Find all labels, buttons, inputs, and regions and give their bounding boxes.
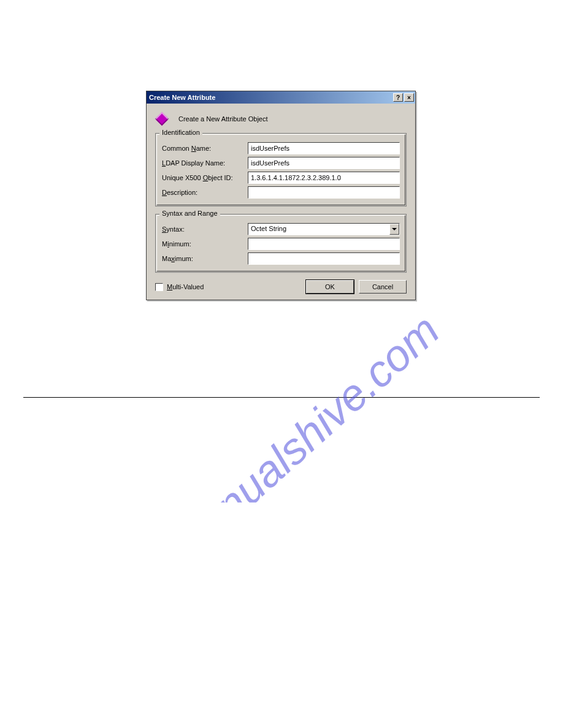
dialog-header: Create a New Attribute Object bbox=[155, 112, 407, 126]
cancel-button[interactable]: Cancel bbox=[359, 280, 407, 294]
common-name-label: Common Name: bbox=[162, 145, 248, 152]
minimum-input[interactable] bbox=[248, 238, 400, 250]
svg-marker-0 bbox=[392, 228, 397, 230]
description-label: Description: bbox=[162, 189, 248, 196]
ok-button[interactable]: OK bbox=[306, 280, 354, 294]
horizontal-rule bbox=[23, 397, 540, 398]
help-button[interactable]: ? bbox=[393, 93, 403, 102]
identification-legend: Identification bbox=[159, 129, 202, 136]
description-input[interactable] bbox=[248, 186, 400, 199]
dialog-header-text: Create a New Attribute Object bbox=[178, 115, 268, 123]
object-id-label: Unique X500 Object ID: bbox=[162, 174, 248, 181]
multi-valued-label: Multi-Valued bbox=[167, 283, 204, 290]
close-button[interactable]: × bbox=[404, 93, 414, 102]
syntax-select-value: Octet String bbox=[248, 224, 389, 235]
minimum-label: Minimum: bbox=[162, 240, 248, 248]
maximum-label: Maximum: bbox=[162, 255, 248, 262]
ldap-display-name-input[interactable] bbox=[248, 157, 400, 169]
titlebar[interactable]: Create New Attribute ? × bbox=[147, 91, 415, 104]
svg-text:manualshive.com: manualshive.com bbox=[160, 305, 448, 502]
checkbox-icon bbox=[155, 283, 163, 291]
syntax-select[interactable]: Octet String bbox=[248, 223, 400, 235]
syntax-range-legend: Syntax and Range bbox=[159, 210, 220, 217]
dialog-title: Create New Attribute bbox=[149, 94, 392, 101]
object-id-input[interactable] bbox=[248, 172, 400, 184]
multi-valued-checkbox[interactable]: Multi-Valued bbox=[155, 283, 301, 291]
syntax-range-group: Syntax and Range Syntax: Octet String Mi… bbox=[155, 214, 407, 273]
dialog-body: Create a New Attribute Object Identifica… bbox=[147, 104, 415, 300]
chevron-down-icon[interactable] bbox=[389, 224, 399, 235]
common-name-input[interactable] bbox=[248, 142, 400, 154]
create-attribute-dialog: Create New Attribute ? × Create a New At… bbox=[146, 91, 416, 300]
syntax-label: Syntax: bbox=[162, 226, 248, 233]
attribute-icon bbox=[155, 112, 169, 126]
button-row: Multi-Valued OK Cancel bbox=[155, 280, 407, 294]
ldap-display-name-label: LDAP Display Name: bbox=[162, 159, 248, 167]
maximum-input[interactable] bbox=[248, 252, 400, 265]
identification-group: Identification Common Name: LDAP Display… bbox=[155, 133, 407, 207]
